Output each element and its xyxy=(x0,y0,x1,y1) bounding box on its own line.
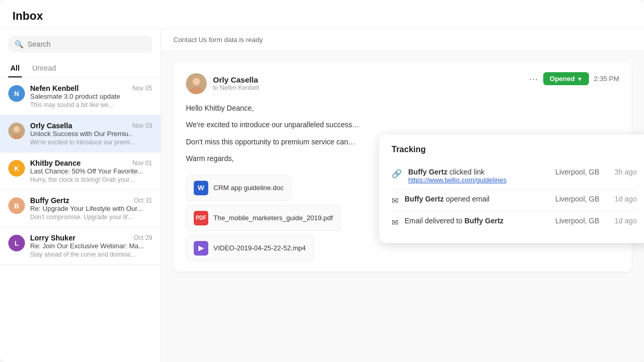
video-icon: ▶ xyxy=(194,241,208,256)
tracking-desc: Buffy Gertz clicked link https://www.twi… xyxy=(408,168,541,184)
tracking-action: Buffy Gertz clicked link xyxy=(408,168,541,176)
email-date: Nov 05 xyxy=(132,85,152,92)
tracking-item: ✉ Buffy Gertz opened email Liverpool, GB… xyxy=(392,190,637,211)
tracking-link[interactable]: https://www.twilio.com/guidelines xyxy=(408,176,541,184)
email-thread: Orly Casella to Nefen Kenbell ⋯ Opened ▼… xyxy=(161,51,644,362)
main-content: Contact Us form data is ready xyxy=(161,29,644,362)
avatar: B xyxy=(8,197,25,214)
email-preview: Hurry, the clock is ticking! Grab your..… xyxy=(30,176,152,183)
email-subject: Last Chance: 50% Off Your Favorite... xyxy=(30,167,152,175)
svg-point-1 xyxy=(14,126,20,132)
email-preview: We're excited to introduce our premi... xyxy=(30,139,152,146)
list-item[interactable]: K Khitby Deance Nov 01 Last Chance: 50% … xyxy=(0,153,160,190)
badge-arrow-icon: ▼ xyxy=(577,76,583,82)
email-preview: Stay ahead of the curve and domina... xyxy=(30,251,152,258)
pdf-icon: PDF xyxy=(194,211,208,225)
email-content: Buffy Gertz Oct 31 Re: Upgrade Your Life… xyxy=(30,196,152,221)
attachment-name: VIDEO-2019-04-25-22-52.mp4 xyxy=(213,244,306,252)
email-content: Khitby Deance Nov 01 Last Chance: 50% Of… xyxy=(30,159,152,183)
link-icon: 🔗 xyxy=(392,169,402,179)
tracking-time: 1d ago xyxy=(606,195,637,203)
content-header-text: Contact Us form data is ready xyxy=(173,36,263,44)
tracking-popup: Tracking 🔗 Buffy Gertz clicked link http… xyxy=(379,135,644,243)
email-icon: ✉ xyxy=(392,218,398,227)
tracking-action: Email delivered to Buffy Gertz xyxy=(405,217,541,225)
search-icon: 🔍 xyxy=(15,40,23,48)
list-item[interactable]: Orly Casella Nov 03 Unlock Success with … xyxy=(0,115,160,153)
tab-all[interactable]: All xyxy=(8,60,22,77)
list-item[interactable]: L Lorry Shuker Oct 29 Re: Join Our Exclu… xyxy=(0,227,160,265)
more-options-button[interactable]: ⋯ xyxy=(529,73,538,85)
tracking-title: Tracking xyxy=(392,145,637,154)
search-input-wrap[interactable]: 🔍 xyxy=(8,36,152,52)
email-subject: Re: Join Our Exclusive Webinar: Ma... xyxy=(30,242,152,250)
email-time: 2:35 PM xyxy=(594,75,619,83)
email-sender: Khitby Deance xyxy=(30,159,81,167)
sender-to: to Nefen Kenbell xyxy=(213,84,259,91)
tracking-location: Liverpool, GB xyxy=(547,217,599,225)
avatar: K xyxy=(8,160,25,177)
list-item[interactable]: B Buffy Gertz Oct 31 Re: Upgrade Your Li… xyxy=(0,190,160,227)
email-sender: Nefen Kenbell xyxy=(30,84,78,92)
tracking-item: 🔗 Buffy Gertz clicked link https://www.t… xyxy=(392,163,637,190)
tracking-desc: Buffy Gertz opened email xyxy=(405,195,541,203)
tracking-time: 3h ago xyxy=(606,168,637,176)
tab-unread[interactable]: Unread xyxy=(30,60,58,77)
svg-point-4 xyxy=(193,78,200,85)
email-sender: Orly Casella xyxy=(30,122,72,130)
email-subject: Re: Upgrade Your Lifestyle with Our... xyxy=(30,205,152,212)
sender-name: Orly Casella xyxy=(213,75,259,84)
attachment-item[interactable]: PDF The_mobile_marketers_guide_2019.pdf xyxy=(186,205,341,231)
sender-avatar xyxy=(186,73,207,94)
tracking-time: 1d ago xyxy=(606,217,637,225)
content-header: Contact Us form data is ready xyxy=(161,29,644,51)
email-date: Oct 31 xyxy=(134,197,152,204)
opened-badge[interactable]: Opened ▼ xyxy=(543,72,588,85)
email-icon: ✉ xyxy=(392,196,398,206)
email-date: Oct 29 xyxy=(134,234,152,242)
email-subject: Unlock Success with Our Premiu.. xyxy=(30,130,152,138)
email-content: Nefen Kenbell Nov 05 Salesmate 3.0 produ… xyxy=(30,84,152,109)
email-subject: Salesmate 3.0 product update xyxy=(30,92,152,100)
app-container: Inbox 🔍 All Unread N Nef xyxy=(0,0,644,362)
email-date: Nov 01 xyxy=(132,159,152,167)
tracking-desc: Email delivered to Buffy Gertz xyxy=(405,217,541,225)
app-title: Inbox xyxy=(12,9,43,22)
header-right: ⋯ Opened ▼ 2:35 PM xyxy=(529,72,619,85)
attachment-item[interactable]: W CRM app guideline.doc xyxy=(186,175,291,201)
email-date: Nov 03 xyxy=(132,122,152,129)
word-icon: W xyxy=(194,181,208,195)
avatar: L xyxy=(8,235,25,251)
attachment-name: CRM app guideline.doc xyxy=(213,184,284,192)
main-layout: 🔍 All Unread N Nefen Kenbell Nov 05 xyxy=(0,29,644,362)
tabs: All Unread xyxy=(0,60,160,78)
badge-label: Opened xyxy=(549,75,574,83)
avatar: N xyxy=(8,85,25,102)
email-sender: Buffy Gertz xyxy=(30,196,69,205)
app-header: Inbox xyxy=(0,0,644,29)
tracking-location: Liverpool, GB xyxy=(547,195,599,203)
sender-info: Orly Casella to Nefen Kenbell xyxy=(186,72,259,94)
search-bar: 🔍 xyxy=(0,29,160,60)
sender-details: Orly Casella to Nefen Kenbell xyxy=(213,75,259,91)
tracking-item: ✉ Email delivered to Buffy Gertz Liverpo… xyxy=(392,211,637,233)
list-item[interactable]: N Nefen Kenbell Nov 05 Salesmate 3.0 pro… xyxy=(0,78,160,115)
email-content: Orly Casella Nov 03 Unlock Success with … xyxy=(30,122,152,146)
avatar xyxy=(8,123,25,139)
tracking-action: Buffy Gertz opened email xyxy=(405,195,541,203)
attachment-name: The_mobile_marketers_guide_2019.pdf xyxy=(213,214,333,222)
body-line-2: We're excited to introduce our unparalle… xyxy=(186,119,619,130)
email-preview: Don't compromise. Upgrade your lif... xyxy=(30,213,152,221)
email-card-header: Orly Casella to Nefen Kenbell ⋯ Opened ▼… xyxy=(186,72,619,94)
search-input[interactable] xyxy=(28,40,146,48)
attachment-item[interactable]: ▶ VIDEO-2019-04-25-22-52.mp4 xyxy=(186,235,314,261)
sidebar: 🔍 All Unread N Nefen Kenbell Nov 05 xyxy=(0,29,161,362)
tracking-location: Liverpool, GB xyxy=(547,168,599,176)
email-content: Lorry Shuker Oct 29 Re: Join Our Exclusi… xyxy=(30,234,152,258)
email-sender: Lorry Shuker xyxy=(30,234,75,242)
email-list: N Nefen Kenbell Nov 05 Salesmate 3.0 pro… xyxy=(0,78,160,362)
body-line-1: Hello Khitby Deance, xyxy=(186,102,619,114)
email-preview: This may sound a bit like we... xyxy=(30,101,152,109)
